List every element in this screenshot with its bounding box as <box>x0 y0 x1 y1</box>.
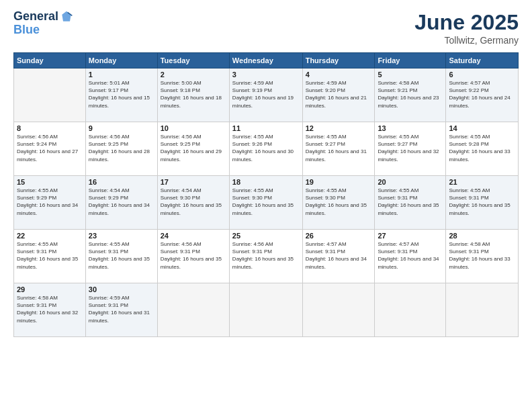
calendar-table: SundayMondayTuesdayWednesdayThursdayFrid… <box>13 52 519 337</box>
table-row <box>157 283 229 337</box>
month-title: June 2025 <box>414 10 519 35</box>
table-row: 23 Sunrise: 4:55 AMSunset: 9:31 PMDaylig… <box>85 230 157 283</box>
table-row: 26 Sunrise: 4:57 AMSunset: 9:31 PMDaylig… <box>302 230 375 283</box>
table-row: 10 Sunrise: 4:56 AMSunset: 9:25 PMDaylig… <box>157 122 229 176</box>
table-row: 3 Sunrise: 4:59 AMSunset: 9:19 PMDayligh… <box>229 68 302 122</box>
table-row: 9 Sunrise: 4:56 AMSunset: 9:25 PMDayligh… <box>85 122 157 176</box>
day-number: 5 <box>378 71 443 79</box>
table-row: 1 Sunrise: 5:01 AMSunset: 9:17 PMDayligh… <box>85 68 157 122</box>
table-row: 16 Sunrise: 4:54 AMSunset: 9:29 PMDaylig… <box>85 176 157 230</box>
day-number: 24 <box>161 232 226 240</box>
table-row: 18 Sunrise: 4:55 AMSunset: 9:30 PMDaylig… <box>229 176 302 230</box>
table-row <box>229 283 302 337</box>
day-info: Sunrise: 4:56 AMSunset: 9:25 PMDaylight:… <box>89 134 150 163</box>
day-info: Sunrise: 4:55 AMSunset: 9:26 PMDaylight:… <box>232 134 294 163</box>
day-info: Sunrise: 4:55 AMSunset: 9:31 PMDaylight:… <box>89 241 150 270</box>
day-number: 20 <box>378 178 443 186</box>
day-info: Sunrise: 5:00 AMSunset: 9:18 PMDaylight:… <box>161 80 222 109</box>
logo-text: General <box>13 10 58 24</box>
day-number: 15 <box>17 178 83 186</box>
day-info: Sunrise: 4:55 AMSunset: 9:27 PMDaylight:… <box>378 134 439 163</box>
day-info: Sunrise: 4:55 AMSunset: 9:31 PMDaylight:… <box>378 187 439 216</box>
day-number: 28 <box>449 232 515 240</box>
day-info: Sunrise: 4:59 AMSunset: 9:19 PMDaylight:… <box>232 80 294 109</box>
day-info: Sunrise: 4:57 AMSunset: 9:22 PMDaylight:… <box>449 80 510 109</box>
day-info: Sunrise: 4:54 AMSunset: 9:30 PMDaylight:… <box>161 187 222 216</box>
day-number: 18 <box>232 178 300 186</box>
day-info: Sunrise: 4:56 AMSunset: 9:25 PMDaylight:… <box>161 134 222 163</box>
day-info: Sunrise: 4:59 AMSunset: 9:31 PMDaylight:… <box>89 295 150 324</box>
day-info: Sunrise: 4:55 AMSunset: 9:31 PMDaylight:… <box>449 187 510 216</box>
table-row <box>302 283 375 337</box>
col-header-monday: Monday <box>85 53 157 68</box>
day-info: Sunrise: 4:55 AMSunset: 9:29 PMDaylight:… <box>17 187 78 216</box>
day-info: Sunrise: 5:01 AMSunset: 9:17 PMDaylight:… <box>89 80 150 109</box>
day-info: Sunrise: 4:56 AMSunset: 9:31 PMDaylight:… <box>161 241 222 270</box>
day-info: Sunrise: 4:59 AMSunset: 9:20 PMDaylight:… <box>306 80 367 109</box>
table-row: 29 Sunrise: 4:58 AMSunset: 9:31 PMDaylig… <box>14 283 86 337</box>
day-info: Sunrise: 4:54 AMSunset: 9:29 PMDaylight:… <box>89 187 150 216</box>
day-info: Sunrise: 4:57 AMSunset: 9:31 PMDaylight:… <box>378 241 439 270</box>
day-number: 1 <box>89 71 154 79</box>
day-info: Sunrise: 4:55 AMSunset: 9:28 PMDaylight:… <box>449 134 510 163</box>
table-row: 22 Sunrise: 4:55 AMSunset: 9:31 PMDaylig… <box>14 230 86 283</box>
title-block: June 2025 Tollwitz, Germany <box>414 10 519 46</box>
logo-blue: Blue <box>13 24 73 37</box>
day-info: Sunrise: 4:56 AMSunset: 9:24 PMDaylight:… <box>17 134 78 163</box>
day-number: 22 <box>17 232 83 240</box>
day-number: 25 <box>232 232 300 240</box>
col-header-friday: Friday <box>375 53 446 68</box>
day-number: 21 <box>449 178 515 186</box>
day-info: Sunrise: 4:58 AMSunset: 9:31 PMDaylight:… <box>17 295 78 324</box>
day-info: Sunrise: 4:55 AMSunset: 9:31 PMDaylight:… <box>17 241 78 270</box>
day-number: 3 <box>232 71 300 79</box>
day-number: 23 <box>89 232 154 240</box>
col-header-wednesday: Wednesday <box>229 53 302 68</box>
day-info: Sunrise: 4:58 AMSunset: 9:21 PMDaylight:… <box>378 80 439 109</box>
logo: General Blue <box>13 10 73 37</box>
day-number: 17 <box>161 178 226 186</box>
header: General Blue June 2025 Tollwitz, Germany <box>13 10 519 46</box>
table-row: 21 Sunrise: 4:55 AMSunset: 9:31 PMDaylig… <box>446 176 519 230</box>
day-number: 4 <box>306 71 372 79</box>
location: Tollwitz, Germany <box>414 35 519 46</box>
day-info: Sunrise: 4:58 AMSunset: 9:31 PMDaylight:… <box>449 241 510 270</box>
day-number: 29 <box>17 285 83 293</box>
day-number: 14 <box>449 124 515 132</box>
table-row: 14 Sunrise: 4:55 AMSunset: 9:28 PMDaylig… <box>446 122 519 176</box>
col-header-thursday: Thursday <box>302 53 375 68</box>
day-number: 13 <box>378 124 443 132</box>
logo-icon <box>60 10 73 24</box>
day-info: Sunrise: 4:55 AMSunset: 9:27 PMDaylight:… <box>306 134 367 163</box>
table-row: 27 Sunrise: 4:57 AMSunset: 9:31 PMDaylig… <box>375 230 446 283</box>
day-number: 11 <box>232 124 300 132</box>
table-row: 4 Sunrise: 4:59 AMSunset: 9:20 PMDayligh… <box>302 68 375 122</box>
table-row: 12 Sunrise: 4:55 AMSunset: 9:27 PMDaylig… <box>302 122 375 176</box>
day-info: Sunrise: 4:57 AMSunset: 9:31 PMDaylight:… <box>306 241 367 270</box>
day-info: Sunrise: 4:55 AMSunset: 9:30 PMDaylight:… <box>232 187 294 216</box>
table-row: 13 Sunrise: 4:55 AMSunset: 9:27 PMDaylig… <box>375 122 446 176</box>
table-row: 5 Sunrise: 4:58 AMSunset: 9:21 PMDayligh… <box>375 68 446 122</box>
table-row: 28 Sunrise: 4:58 AMSunset: 9:31 PMDaylig… <box>446 230 519 283</box>
table-row: 24 Sunrise: 4:56 AMSunset: 9:31 PMDaylig… <box>157 230 229 283</box>
table-row: 15 Sunrise: 4:55 AMSunset: 9:29 PMDaylig… <box>14 176 86 230</box>
table-row: 19 Sunrise: 4:55 AMSunset: 9:30 PMDaylig… <box>302 176 375 230</box>
day-number: 10 <box>161 124 226 132</box>
day-number: 8 <box>17 124 83 132</box>
col-header-tuesday: Tuesday <box>157 53 229 68</box>
table-row: 20 Sunrise: 4:55 AMSunset: 9:31 PMDaylig… <box>375 176 446 230</box>
table-row: 6 Sunrise: 4:57 AMSunset: 9:22 PMDayligh… <box>446 68 519 122</box>
table-row: 11 Sunrise: 4:55 AMSunset: 9:26 PMDaylig… <box>229 122 302 176</box>
col-header-sunday: Sunday <box>14 53 86 68</box>
day-info: Sunrise: 4:56 AMSunset: 9:31 PMDaylight:… <box>232 241 294 270</box>
day-number: 6 <box>449 71 515 79</box>
day-number: 26 <box>306 232 372 240</box>
table-row <box>375 283 446 337</box>
table-row: 2 Sunrise: 5:00 AMSunset: 9:18 PMDayligh… <box>157 68 229 122</box>
col-header-saturday: Saturday <box>446 53 519 68</box>
page: General Blue June 2025 Tollwitz, Germany… <box>0 0 532 411</box>
table-row: 30 Sunrise: 4:59 AMSunset: 9:31 PMDaylig… <box>85 283 157 337</box>
table-row: 25 Sunrise: 4:56 AMSunset: 9:31 PMDaylig… <box>229 230 302 283</box>
day-info: Sunrise: 4:55 AMSunset: 9:30 PMDaylight:… <box>306 187 367 216</box>
day-number: 2 <box>161 71 226 79</box>
